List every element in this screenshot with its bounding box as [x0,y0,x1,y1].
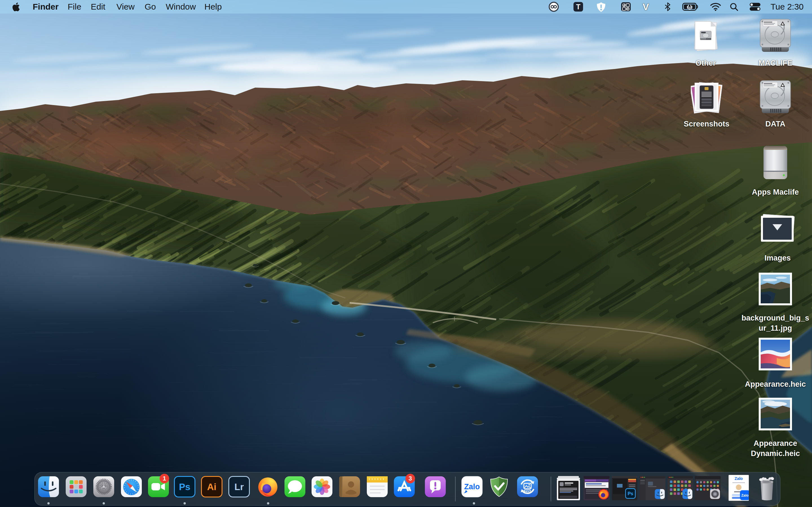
svg-text:Zalo: Zalo [735,476,743,481]
svg-text:Zalo: Zalo [741,494,749,497]
svg-text:Lr: Lr [235,482,244,492]
svg-text:Ps: Ps [627,491,633,496]
svg-text:HEIC: HEIC [525,490,530,493]
svg-text:Ps: Ps [179,482,190,492]
svg-text:Ai: Ai [207,482,216,492]
svg-text:Zalo: Zalo [464,483,480,491]
